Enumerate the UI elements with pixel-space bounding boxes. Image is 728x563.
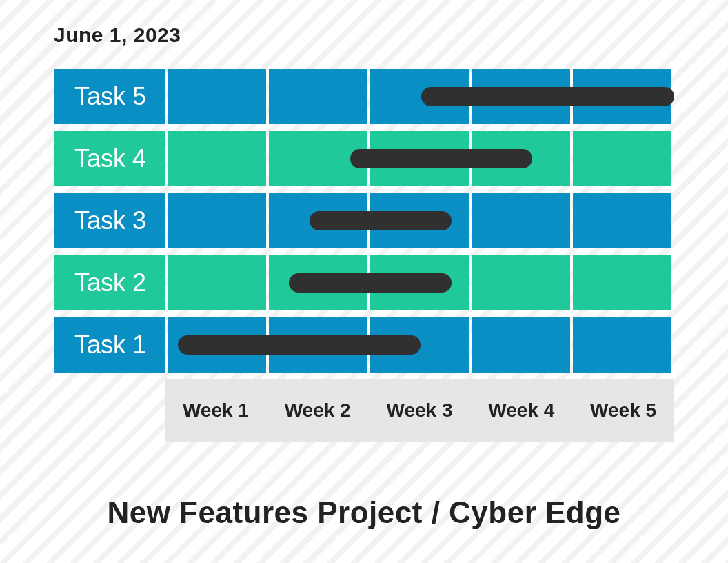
grid-cell (573, 317, 671, 373)
grid-cell (472, 255, 570, 310)
grid-cell (370, 317, 469, 373)
grid-cell (472, 317, 570, 373)
grid-cell (573, 255, 671, 310)
gantt-chart: Task 5 Task 4 Task 3 Ta (54, 69, 674, 442)
task-label: Task 5 (54, 69, 165, 124)
grid-cell (168, 193, 266, 248)
grid-cell (269, 131, 367, 186)
grid-cell (370, 69, 469, 124)
gantt-row: Task 4 (54, 131, 674, 186)
grid-cell (269, 317, 367, 373)
grid-cell (370, 131, 469, 186)
grid-cell (269, 255, 367, 310)
task-label: Task 4 (54, 131, 165, 186)
grid-cell (573, 131, 671, 186)
gantt-row: Task 1 (54, 317, 674, 373)
grid-cell (472, 69, 570, 124)
gantt-row: Task 3 (54, 193, 674, 248)
chart-date: June 1, 2023 (54, 23, 674, 47)
grid-cell (472, 193, 570, 248)
task-label: Task 3 (54, 193, 165, 248)
gantt-row: Task 2 (54, 255, 674, 310)
grid-cell (573, 69, 671, 124)
grid-cell (269, 69, 367, 124)
grid-cell (269, 193, 367, 248)
grid-cell (370, 255, 469, 310)
gantt-row: Task 5 (54, 69, 674, 124)
grid-cell (168, 69, 266, 124)
task-label: Task 2 (54, 255, 165, 310)
grid-cell (472, 131, 570, 186)
grid-cell (370, 193, 469, 248)
x-axis: Week 1 Week 2 Week 3 Week 4 Week 5 (54, 379, 674, 442)
grid-cell (168, 317, 266, 373)
grid-cell (168, 131, 266, 186)
task-label: Task 1 (54, 317, 165, 373)
axis-tick: Week 1 (165, 379, 267, 442)
chart-title: New Features Project / Cyber Edge (54, 495, 674, 530)
grid-cell (573, 193, 671, 248)
axis-tick: Week 2 (267, 379, 369, 442)
axis-tick: Week 3 (369, 379, 471, 442)
grid-cell (168, 255, 266, 310)
axis-tick: Week 5 (572, 379, 674, 442)
axis-tick: Week 4 (470, 379, 572, 442)
